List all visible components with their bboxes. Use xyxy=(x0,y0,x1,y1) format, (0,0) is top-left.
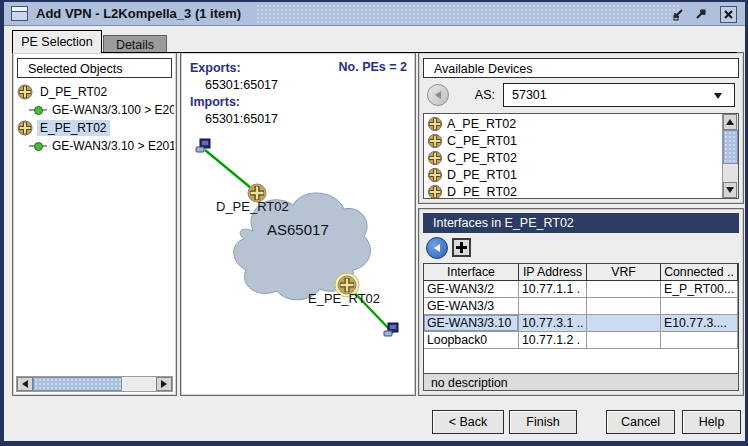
help-button[interactable]: Help xyxy=(682,410,741,434)
cancel-button[interactable]: Cancel xyxy=(606,410,675,434)
cell-vrf xyxy=(587,315,661,332)
cell-connected: E_P_RT00... xyxy=(661,281,738,298)
chevron-down-icon xyxy=(714,93,722,99)
interface-icon xyxy=(29,106,47,114)
selected-objects-tree: D_PE_RT02 GE-WAN3/3.100 > E201 E_PE_RT02… xyxy=(15,83,174,373)
table-row[interactable]: GE-WAN3/2 10.77.1.1 . E_P_RT00... xyxy=(424,281,738,298)
cloud-label: AS65017 xyxy=(267,221,329,238)
back-arrow-icon[interactable] xyxy=(426,237,448,259)
cell-ip: 10.77.1.1 . xyxy=(519,281,587,298)
device-row[interactable]: D_PE_RT02 xyxy=(425,183,721,198)
imports-label: Imports: xyxy=(190,94,278,111)
tab-details-label: Details xyxy=(116,38,154,52)
cell-ip xyxy=(519,298,587,315)
maximize-icon[interactable] xyxy=(692,6,709,23)
tree-item-d-pe-rt02[interactable]: D_PE_RT02 xyxy=(15,83,174,101)
scrollbar-thumb[interactable] xyxy=(33,377,122,391)
device-rows: A_PE_RT02 C_PE_RT01 C_PE_RT02 D_PE_RT01 … xyxy=(425,115,721,198)
cell-interface: GE-WAN3/3 xyxy=(424,298,519,315)
node-label-e: E_PE_RT02 xyxy=(308,291,380,306)
device-list-scrollbar[interactable] xyxy=(722,114,738,198)
minimize-icon[interactable] xyxy=(670,6,687,23)
cell-vrf xyxy=(587,332,661,349)
device-label: C_PE_RT01 xyxy=(447,134,517,148)
scroll-right-icon[interactable] xyxy=(156,377,172,391)
scrollbar-thumb[interactable] xyxy=(723,130,738,164)
content-divider xyxy=(12,52,737,53)
scroll-up-icon[interactable] xyxy=(723,114,737,130)
tree-item-label: GE-WAN3/3.10 > E201. xyxy=(49,138,174,154)
as-label: AS: xyxy=(465,88,495,102)
workstation-icon[interactable] xyxy=(196,139,210,152)
cell-connected: E10.77.3.... xyxy=(661,315,738,332)
available-devices-panel: Available Devices AS: 57301 A_PE_RT02 C_… xyxy=(418,52,744,204)
router-icon xyxy=(427,184,442,198)
title-bar[interactable]: Add VPN - L2Kompella_3 (1 item) xyxy=(4,2,745,26)
device-row[interactable]: C_PE_RT02 xyxy=(425,149,721,166)
scroll-down-icon[interactable] xyxy=(723,182,737,198)
interfaces-toolbar xyxy=(419,235,743,261)
table-header-row[interactable]: Interface IP Address VRF Connected .. xyxy=(424,264,738,281)
tree-item-ge-wan3-3-10[interactable]: GE-WAN3/3.10 > E201. xyxy=(15,137,174,155)
selected-objects-panel: Selected Objects D_PE_RT02 GE-WAN3/3.100… xyxy=(12,52,177,396)
window-icon xyxy=(11,6,28,21)
finish-button[interactable]: Finish xyxy=(509,410,577,434)
router-icon xyxy=(17,120,33,136)
available-devices-header: Available Devices xyxy=(423,58,739,78)
column-header[interactable]: Connected .. xyxy=(661,264,738,281)
device-label: A_PE_RT02 xyxy=(447,117,516,131)
route-targets: Exports: 65301:65017 Imports: 65301:6501… xyxy=(190,60,278,128)
tree-horizontal-scrollbar[interactable] xyxy=(16,376,173,392)
table-row[interactable]: Loopback0 10.77.1.2 . xyxy=(424,332,738,349)
table-row[interactable]: GE-WAN3/3 xyxy=(424,298,738,315)
back-arrow-icon[interactable] xyxy=(427,84,449,106)
cell-ip: 10.77.1.2 . xyxy=(519,332,587,349)
tab-details[interactable]: Details xyxy=(103,35,167,53)
cell-ip: 10.77.3.1 .. xyxy=(519,315,587,332)
tab-pe-selection[interactable]: PE Selection xyxy=(12,30,102,53)
cell-vrf xyxy=(587,281,661,298)
node-label-d: D_PE_RT02 xyxy=(216,199,289,214)
router-icon xyxy=(427,167,442,182)
titlebar-texture xyxy=(256,4,679,23)
interfaces-table: Interface IP Address VRF Connected .. GE… xyxy=(423,263,739,377)
plus-icon xyxy=(456,242,467,253)
device-row[interactable]: D_PE_RT01 xyxy=(425,166,721,183)
device-row[interactable]: C_PE_RT01 xyxy=(425,132,721,149)
device-row[interactable]: A_PE_RT02 xyxy=(425,115,721,132)
add-interface-button[interactable] xyxy=(452,238,471,257)
cell-interface: Loopback0 xyxy=(424,332,519,349)
scroll-left-icon[interactable] xyxy=(17,377,33,391)
column-header[interactable]: VRF xyxy=(587,264,661,281)
devices-toolbar: AS: 57301 xyxy=(419,81,743,111)
cell-interface: GE-WAN3/2 xyxy=(424,281,519,298)
column-header[interactable]: Interface xyxy=(424,264,519,281)
tree-item-label: GE-WAN3/3.100 > E201 xyxy=(49,102,174,118)
tab-pe-selection-label: PE Selection xyxy=(21,35,93,49)
exports-value: 65301:65017 xyxy=(190,77,278,94)
pe-count: No. PEs = 2 xyxy=(339,60,407,74)
device-label: D_PE_RT01 xyxy=(447,168,517,182)
imports-value: 65301:65017 xyxy=(190,111,278,128)
tree-item-e-pe-rt02[interactable]: E_PE_RT02 xyxy=(15,119,174,137)
selected-objects-header: Selected Objects xyxy=(17,58,172,78)
scrollbar-track[interactable] xyxy=(723,130,738,182)
cell-connected xyxy=(661,298,738,315)
cell-vrf xyxy=(587,298,661,315)
table-row-selected[interactable]: GE-WAN3/3.10 10.77.3.1 .. E10.77.3.... xyxy=(424,315,738,332)
cell-interface: GE-WAN3/3.10 xyxy=(424,315,519,332)
as-combobox[interactable]: 57301 xyxy=(503,83,735,107)
column-header[interactable]: IP Address xyxy=(519,264,587,281)
device-label: D_PE_RT02 xyxy=(447,185,517,199)
exports-label: Exports: xyxy=(190,60,278,77)
router-icon xyxy=(427,150,442,165)
tree-item-label: D_PE_RT02 xyxy=(37,84,110,100)
window-title: Add VPN - L2Kompella_3 (1 item) xyxy=(36,6,241,21)
scrollbar-track[interactable] xyxy=(33,377,156,391)
router-icon xyxy=(17,84,33,100)
add-vpn-dialog: Add VPN - L2Kompella_3 (1 item) PE Selec… xyxy=(0,0,748,446)
back-button[interactable]: < Back xyxy=(432,410,504,434)
tree-item-ge-wan3-3-100[interactable]: GE-WAN3/3.100 > E201 xyxy=(15,101,174,119)
close-icon[interactable] xyxy=(720,6,737,23)
as-value: 57301 xyxy=(512,88,547,102)
